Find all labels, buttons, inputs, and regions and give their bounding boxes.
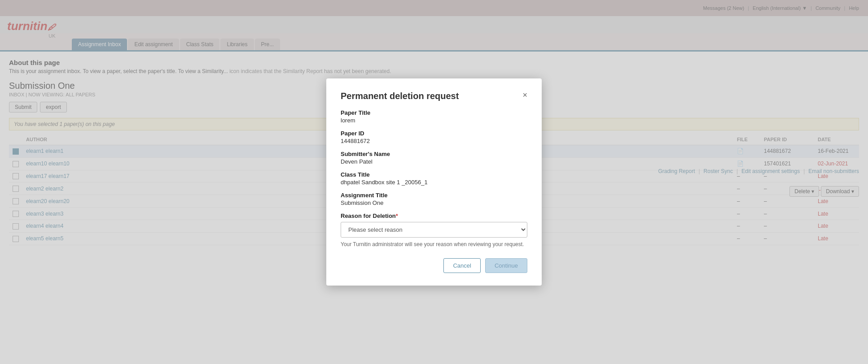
modal-close-button[interactable]: ×	[522, 91, 527, 99]
modal-footer: Cancel Continue	[341, 258, 527, 273]
paper-id-label: Paper ID	[341, 130, 527, 137]
assignment-title-value: Submission One	[341, 199, 527, 206]
submitter-label: Submitter's Name	[341, 151, 527, 157]
paper-title-label: Paper Title	[341, 109, 527, 116]
required-indicator: *	[396, 212, 398, 219]
reason-select[interactable]: Please select reason Submitted in error …	[341, 222, 527, 238]
cancel-button[interactable]: Cancel	[443, 258, 480, 273]
submitter-value: Deven Patel	[341, 158, 527, 165]
modal-overlay: Permanent deletion request × Paper Title…	[0, 0, 868, 364]
deletion-reason-label: Reason for Deletion*	[341, 212, 527, 219]
submitter-field: Submitter's Name Deven Patel	[341, 151, 527, 165]
class-title-value: dhpatel Sandbox site 1 _20056_1	[341, 179, 527, 186]
assignment-title-label: Assignment Title	[341, 192, 527, 199]
class-title-label: Class Title	[341, 171, 527, 178]
modal-header: Permanent deletion request ×	[341, 91, 527, 101]
paper-id-field: Paper ID 144881672	[341, 130, 527, 144]
modal-title: Permanent deletion request	[341, 91, 459, 101]
class-title-field: Class Title dhpatel Sandbox site 1 _2005…	[341, 171, 527, 186]
reason-label-text: Reason for Deletion	[341, 212, 396, 219]
assignment-title-field: Assignment Title Submission One	[341, 192, 527, 206]
paper-title-field: Paper Title lorem	[341, 109, 527, 124]
paper-id-value: 144881672	[341, 138, 527, 144]
reason-for-deletion-section: Reason for Deletion* Please select reaso…	[341, 212, 527, 247]
continue-button[interactable]: Continue	[485, 258, 527, 273]
modal-dialog: Permanent deletion request × Paper Title…	[326, 78, 542, 286]
admin-note: Your Turnitin administrator will see you…	[341, 241, 527, 247]
paper-title-value: lorem	[341, 117, 527, 124]
